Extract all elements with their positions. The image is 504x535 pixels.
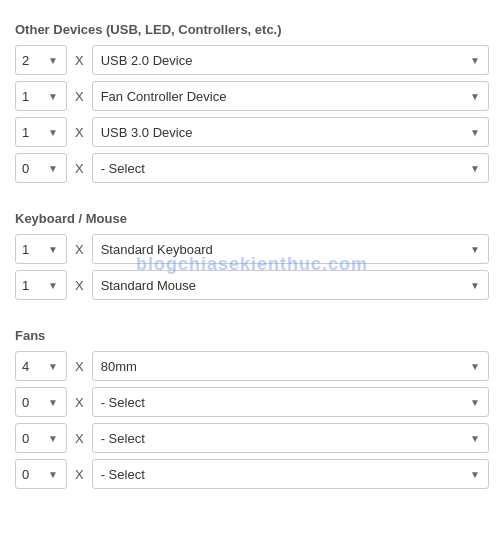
qty-chevron-icon: ▼ [48, 163, 58, 174]
device-dropdown-keyboard-mouse-1[interactable]: Standard Mouse [101, 278, 480, 293]
qty-dropdown-other-devices-1[interactable]: 012345678910 [20, 89, 48, 104]
qty-dropdown-fans-2[interactable]: 012345678910 [20, 431, 48, 446]
qty-chevron-icon: ▼ [48, 361, 58, 372]
qty-chevron-icon: ▼ [48, 55, 58, 66]
device-select-wrap-fans-3: - Select▼ [92, 459, 489, 489]
device-dropdown-other-devices-2[interactable]: USB 3.0 Device [101, 125, 480, 140]
device-select-wrap-fans-0: 80mm▼ [92, 351, 489, 381]
multiplier-label: X [75, 125, 84, 140]
device-select-wrap-other-devices-3: - Select▼ [92, 153, 489, 183]
device-select-wrap-fans-2: - Select▼ [92, 423, 489, 453]
multiplier-label: X [75, 278, 84, 293]
section-title-other-devices: Other Devices (USB, LED, Controllers, et… [15, 22, 489, 37]
qty-dropdown-other-devices-0[interactable]: 012345678910 [20, 53, 48, 68]
device-select-wrap-keyboard-mouse-0: Standard Keyboard▼ [92, 234, 489, 264]
qty-select-fans-1: 012345678910▼ [15, 387, 67, 417]
row-other-devices-2: 012345678910▼XUSB 3.0 Device▼ [15, 117, 489, 147]
row-fans-3: 012345678910▼X- Select▼ [15, 459, 489, 489]
row-fans-0: 012345678910▼X80mm▼ [15, 351, 489, 381]
row-keyboard-mouse-1: 012345678910▼XStandard Mouse▼ [15, 270, 489, 300]
multiplier-label: X [75, 467, 84, 482]
device-dropdown-fans-1[interactable]: - Select [101, 395, 480, 410]
qty-dropdown-keyboard-mouse-0[interactable]: 012345678910 [20, 242, 48, 257]
device-select-wrap-other-devices-2: USB 3.0 Device▼ [92, 117, 489, 147]
device-select-wrap-other-devices-0: USB 2.0 Device▼ [92, 45, 489, 75]
qty-chevron-icon: ▼ [48, 280, 58, 291]
qty-chevron-icon: ▼ [48, 127, 58, 138]
qty-chevron-icon: ▼ [48, 469, 58, 480]
device-dropdown-other-devices-0[interactable]: USB 2.0 Device [101, 53, 480, 68]
row-fans-1: 012345678910▼X- Select▼ [15, 387, 489, 417]
device-dropdown-other-devices-1[interactable]: Fan Controller Device [101, 89, 480, 104]
qty-select-keyboard-mouse-1: 012345678910▼ [15, 270, 67, 300]
row-other-devices-0: 012345678910▼XUSB 2.0 Device▼ [15, 45, 489, 75]
row-fans-2: 012345678910▼X- Select▼ [15, 423, 489, 453]
qty-dropdown-fans-0[interactable]: 012345678910 [20, 359, 48, 374]
qty-select-fans-0: 012345678910▼ [15, 351, 67, 381]
qty-select-other-devices-2: 012345678910▼ [15, 117, 67, 147]
qty-select-fans-2: 012345678910▼ [15, 423, 67, 453]
device-select-wrap-keyboard-mouse-1: Standard Mouse▼ [92, 270, 489, 300]
multiplier-label: X [75, 161, 84, 176]
qty-chevron-icon: ▼ [48, 397, 58, 408]
row-keyboard-mouse-0: 012345678910▼XStandard Keyboard▼ [15, 234, 489, 264]
qty-dropdown-fans-3[interactable]: 012345678910 [20, 467, 48, 482]
qty-dropdown-keyboard-mouse-1[interactable]: 012345678910 [20, 278, 48, 293]
row-other-devices-1: 012345678910▼XFan Controller Device▼ [15, 81, 489, 111]
multiplier-label: X [75, 395, 84, 410]
device-dropdown-fans-2[interactable]: - Select [101, 431, 480, 446]
multiplier-label: X [75, 242, 84, 257]
qty-select-other-devices-3: 012345678910▼ [15, 153, 67, 183]
device-dropdown-fans-3[interactable]: - Select [101, 467, 480, 482]
qty-select-fans-3: 012345678910▼ [15, 459, 67, 489]
multiplier-label: X [75, 359, 84, 374]
qty-select-other-devices-0: 012345678910▼ [15, 45, 67, 75]
qty-dropdown-other-devices-3[interactable]: 012345678910 [20, 161, 48, 176]
section-fans: Fans012345678910▼X80mm▼012345678910▼X- S… [15, 328, 489, 505]
device-select-wrap-fans-1: - Select▼ [92, 387, 489, 417]
row-other-devices-3: 012345678910▼X- Select▼ [15, 153, 489, 183]
qty-chevron-icon: ▼ [48, 433, 58, 444]
multiplier-label: X [75, 431, 84, 446]
section-title-keyboard-mouse: Keyboard / Mouse [15, 211, 489, 226]
section-keyboard-mouse: Keyboard / Mouse012345678910▼XStandard K… [15, 211, 489, 316]
multiplier-label: X [75, 89, 84, 104]
device-dropdown-other-devices-3[interactable]: - Select [101, 161, 480, 176]
device-dropdown-fans-0[interactable]: 80mm [101, 359, 480, 374]
qty-select-other-devices-1: 012345678910▼ [15, 81, 67, 111]
multiplier-label: X [75, 53, 84, 68]
device-dropdown-keyboard-mouse-0[interactable]: Standard Keyboard [101, 242, 480, 257]
qty-dropdown-fans-1[interactable]: 012345678910 [20, 395, 48, 410]
page-wrapper: blogchiasekienthuc.com Other Devices (US… [15, 22, 489, 505]
section-title-fans: Fans [15, 328, 489, 343]
qty-select-keyboard-mouse-0: 012345678910▼ [15, 234, 67, 264]
section-other-devices: Other Devices (USB, LED, Controllers, et… [15, 22, 489, 199]
qty-chevron-icon: ▼ [48, 91, 58, 102]
device-select-wrap-other-devices-1: Fan Controller Device▼ [92, 81, 489, 111]
sections-container: Other Devices (USB, LED, Controllers, et… [15, 22, 489, 505]
qty-dropdown-other-devices-2[interactable]: 012345678910 [20, 125, 48, 140]
qty-chevron-icon: ▼ [48, 244, 58, 255]
